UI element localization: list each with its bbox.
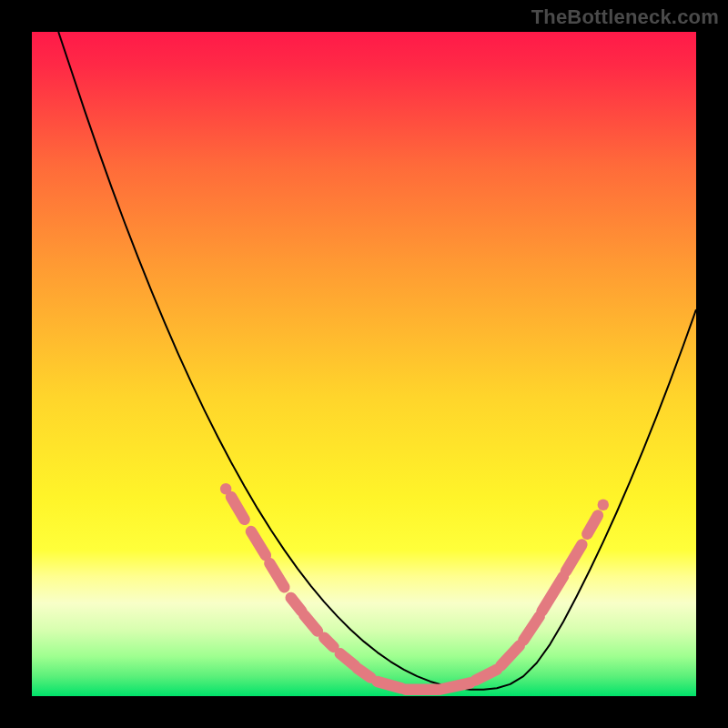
watermark-text: TheBottleneck.com — [531, 5, 719, 29]
marker-segment — [358, 668, 371, 677]
chart-svg — [32, 32, 696, 696]
gradient-background — [32, 32, 696, 696]
plot-area — [32, 32, 696, 696]
marker-segment — [440, 682, 470, 689]
marker-segment — [378, 682, 401, 688]
chart-frame: TheBottleneck.com — [0, 0, 728, 728]
marker-dot — [220, 483, 231, 494]
marker-dot — [598, 500, 609, 511]
marker-segment — [324, 638, 333, 647]
